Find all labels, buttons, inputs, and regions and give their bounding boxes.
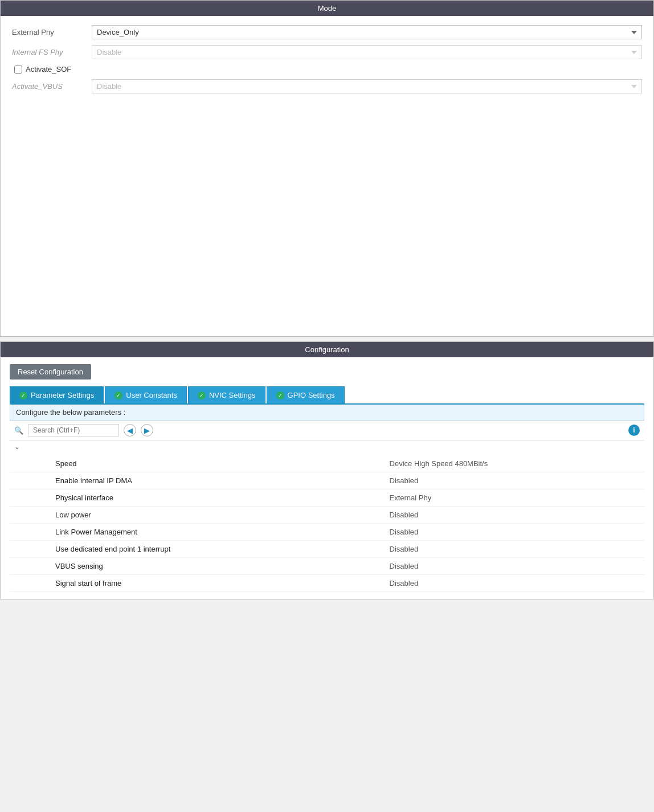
activate-sof-label: Activate_SOF [26,65,71,74]
activate-sof-checkbox[interactable] [14,66,22,74]
param-name: Use dedicated end point 1 interrupt [10,541,344,558]
reset-configuration-button[interactable]: Reset Configuration [10,364,91,380]
nvic-settings-check-icon: ✓ [198,391,206,399]
param-value: Disabled [344,541,644,558]
internal-fs-phy-row: Internal FS Phy Disable [12,45,642,59]
external-phy-select[interactable]: Device_Only [92,25,642,39]
param-value: Disabled [344,524,644,541]
param-value: Disabled [344,575,644,592]
table-row: Enable internal IP DMA Disabled [10,472,644,489]
tab-user-constants-label: User Constants [126,391,177,399]
internal-fs-phy-select: Disable [92,45,642,59]
param-value: Disabled [344,472,644,489]
external-phy-row: External Phy Device_Only [12,25,642,39]
tab-gpio-settings[interactable]: ✓ GPIO Settings [267,386,345,403]
table-row: Speed Device High Speed 480MBit/s [10,455,644,472]
param-name: Signal start of frame [10,575,344,592]
config-body: Reset Configuration ✓ Parameter Settings… [1,357,653,599]
param-name: Low power [10,507,344,524]
table-row: Link Power Management Disabled [10,524,644,541]
configure-bar: Configure the below parameters : [10,403,644,421]
tab-gpio-settings-label: GPIO Settings [288,391,335,399]
next-arrow-button[interactable]: ▶ [141,424,153,436]
param-name: VBUS sensing [10,558,344,575]
tabs-row: ✓ Parameter Settings ✓ User Constants ✓ … [10,386,644,403]
gpio-settings-check-icon: ✓ [276,391,284,399]
table-row: Use dedicated end point 1 interrupt Disa… [10,541,644,558]
activate-vbus-row: Activate_VBUS Disable [12,79,642,93]
activate-sof-row: Activate_SOF [12,65,642,74]
external-phy-label: External Phy [12,28,92,36]
search-input[interactable] [28,424,119,436]
param-value: External Phy [344,489,644,507]
table-row: Low power Disabled [10,507,644,524]
mode-panel-body: External Phy Device_Only Internal FS Phy… [1,16,653,336]
param-name: Enable internal IP DMA [10,472,344,489]
param-name: Physical interface [10,489,344,507]
activate-vbus-label: Activate_VBUS [12,82,92,91]
info-icon: i [628,425,640,436]
mode-panel-header: Mode [1,1,653,16]
mode-spacer [12,99,642,327]
table-row: Signal start of frame Disabled [10,575,644,592]
tab-parameter-settings-label: Parameter Settings [31,391,94,399]
tab-parameter-settings[interactable]: ✓ Parameter Settings [10,386,104,403]
collapse-arrow[interactable]: ⌄ [10,440,644,453]
param-value: Disabled [344,558,644,575]
tab-user-constants[interactable]: ✓ User Constants [105,386,187,403]
activate-vbus-select: Disable [92,79,642,93]
param-name: Link Power Management [10,524,344,541]
parameter-settings-check-icon: ✓ [19,391,27,399]
param-value: Disabled [344,507,644,524]
parameters-table: Speed Device High Speed 480MBit/s Enable… [10,455,644,592]
table-row: VBUS sensing Disabled [10,558,644,575]
internal-fs-phy-label: Internal FS Phy [12,48,92,56]
prev-arrow-button[interactable]: ◀ [124,424,136,436]
param-name: Speed [10,455,344,472]
search-icon: 🔍 [14,426,23,435]
config-panel-header: Configuration [1,342,653,357]
user-constants-check-icon: ✓ [115,391,122,399]
tab-nvic-settings-label: NVIC Settings [209,391,256,399]
tab-nvic-settings[interactable]: ✓ NVIC Settings [188,386,265,403]
search-row: 🔍 ◀ ▶ i [10,421,644,440]
table-row: Physical interface External Phy [10,489,644,507]
configure-bar-text: Configure the below parameters : [16,408,125,417]
mode-panel: Mode External Phy Device_Only Internal F… [0,0,654,337]
param-value: Device High Speed 480MBit/s [344,455,644,472]
config-panel: Configuration Reset Configuration ✓ Para… [0,341,654,599]
